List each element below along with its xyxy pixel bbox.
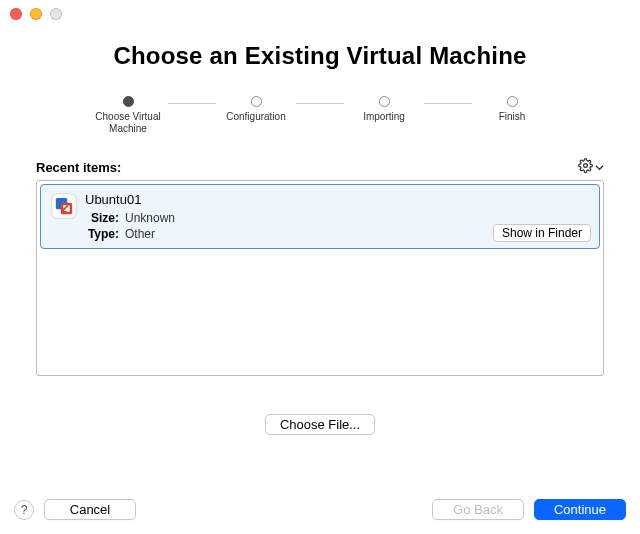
step-label: Importing [363,111,405,123]
cancel-button[interactable]: Cancel [44,499,136,520]
step-configuration: Configuration [216,96,296,123]
go-back-button: Go Back [432,499,524,520]
step-indicator [379,96,390,107]
size-label: Size: [85,210,119,226]
step-indicator [123,96,134,107]
titlebar [0,0,640,28]
help-button[interactable]: ? [14,500,34,520]
dialog-footer: ? Cancel Go Back Continue [0,489,640,534]
step-label: Choose Virtual Machine [95,111,160,134]
list-item[interactable]: Ubuntu01 Size: Unknown Type: Other Show … [40,184,600,249]
step-connector [296,103,344,104]
step-finish: Finish [472,96,552,123]
size-value: Unknown [125,210,175,226]
window-close-button[interactable] [10,8,22,20]
step-choose-vm: Choose Virtual Machine [88,96,168,134]
recent-items-list[interactable]: Ubuntu01 Size: Unknown Type: Other Show … [36,180,604,376]
step-connector [424,103,472,104]
wizard-stepper: Choose Virtual Machine Configuration Imp… [80,96,560,134]
recent-items-options-button[interactable] [578,158,604,176]
type-value: Other [125,226,155,242]
step-label: Finish [499,111,526,123]
step-importing: Importing [344,96,424,123]
continue-button[interactable]: Continue [534,499,626,520]
choose-file-button[interactable]: Choose File... [265,414,375,435]
gear-icon [578,158,593,176]
step-indicator [251,96,262,107]
chevron-down-icon [595,160,604,175]
step-indicator [507,96,518,107]
page-title: Choose an Existing Virtual Machine [0,42,640,70]
step-label: Configuration [226,111,285,123]
step-connector [168,103,216,104]
type-label: Type: [85,226,119,242]
svg-point-0 [584,164,588,168]
vm-name: Ubuntu01 [85,191,591,209]
dialog-window: Choose an Existing Virtual Machine Choos… [0,0,640,534]
window-zoom-button [50,8,62,20]
window-minimize-button[interactable] [30,8,42,20]
recent-items-heading: Recent items: [36,160,121,175]
vmware-app-icon [51,191,85,222]
show-in-finder-button[interactable]: Show in Finder [493,224,591,242]
